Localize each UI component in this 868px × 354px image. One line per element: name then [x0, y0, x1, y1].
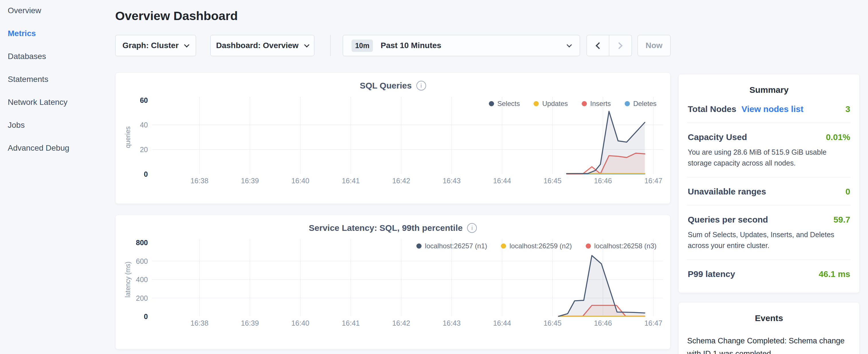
toolbar: Graph: Cluster Dashboard: Overview 10m P…	[115, 35, 671, 56]
info-icon[interactable]	[416, 81, 426, 91]
svg-text:16:43: 16:43	[443, 177, 461, 185]
legend-item-deletes[interactable]: Deletes	[625, 100, 656, 108]
svg-text:800: 800	[136, 238, 148, 247]
legend-item-n1[interactable]: localhost:26257 (n1)	[416, 242, 487, 250]
svg-text:16:45: 16:45	[544, 177, 562, 185]
chart-legend: Selects Updates Inserts Deletes	[489, 100, 657, 108]
svg-text:40: 40	[140, 121, 148, 129]
svg-text:queries: queries	[124, 126, 131, 148]
svg-text:16:39: 16:39	[241, 319, 259, 327]
summary-label: P99 latency	[688, 269, 735, 279]
summary-title: Summary	[687, 85, 851, 95]
main-content: Overview Dashboard Graph: Cluster Dashbo…	[115, 0, 671, 349]
dashboard-dropdown-label: Dashboard: Overview	[216, 41, 299, 50]
dashboard-dropdown[interactable]: Dashboard: Overview	[210, 35, 315, 56]
legend-item-inserts[interactable]: Inserts	[582, 100, 611, 108]
prev-time-button[interactable]	[587, 35, 609, 56]
legend-dot-icon	[586, 244, 591, 249]
legend-label: Selects	[497, 100, 520, 108]
summary-subtext: You are using 28.6 MiB of 515.9 GiB usab…	[688, 147, 844, 168]
svg-text:16:41: 16:41	[342, 319, 360, 327]
legend-item-selects[interactable]: Selects	[489, 100, 520, 108]
legend-dot-icon	[582, 101, 587, 106]
sidebar-item-advanced-debug[interactable]: Advanced Debug	[8, 144, 100, 152]
legend-label: localhost:26259 (n2)	[509, 242, 572, 250]
graph-dropdown[interactable]: Graph: Cluster	[115, 35, 196, 56]
summary-label: Total Nodes	[688, 104, 736, 114]
sql-queries-chart: 16:3816:3916:4016:4116:4216:4316:4416:45…	[120, 93, 666, 190]
service-latency-chart: 16:3816:3916:4016:4116:4216:4316:4416:45…	[120, 236, 666, 332]
sidebar: Overview Metrics Databases Statements Ne…	[0, 0, 100, 354]
chevron-down-icon	[184, 42, 189, 47]
toolbar-divider	[330, 35, 331, 56]
summary-value: 46.1 ms	[819, 269, 850, 279]
svg-text:16:41: 16:41	[342, 177, 360, 185]
summary-subtext: Sum of Selects, Updates, Inserts, and De…	[688, 229, 844, 251]
svg-text:16:44: 16:44	[493, 319, 511, 327]
time-range-selector[interactable]: 10m Past 10 Minutes	[343, 35, 580, 56]
legend-label: Deletes	[633, 100, 656, 108]
summary-label: Queries per second	[688, 215, 768, 225]
svg-text:16:42: 16:42	[392, 319, 410, 327]
svg-text:16:44: 16:44	[493, 177, 511, 185]
legend-item-n2[interactable]: localhost:26259 (n2)	[501, 242, 572, 250]
svg-text:16:47: 16:47	[645, 177, 662, 185]
events-title: Events	[687, 313, 851, 323]
page-title: Overview Dashboard	[115, 9, 671, 23]
svg-text:0: 0	[144, 170, 148, 178]
info-icon[interactable]	[467, 223, 477, 233]
summary-label: Unavailable ranges	[688, 187, 766, 196]
next-time-button[interactable]	[609, 35, 632, 56]
legend-label: localhost:26257 (n1)	[425, 242, 487, 250]
svg-text:16:40: 16:40	[291, 177, 309, 185]
sidebar-item-overview[interactable]: Overview	[8, 6, 100, 15]
svg-text:16:46: 16:46	[594, 319, 612, 327]
legend-dot-icon	[489, 101, 494, 106]
chevron-right-icon	[616, 42, 623, 49]
sidebar-item-network-latency[interactable]: Network Latency	[8, 98, 100, 106]
summary-row-total-nodes: Total Nodes View nodes list 3	[687, 95, 851, 123]
sidebar-item-jobs[interactable]: Jobs	[8, 121, 100, 129]
summary-value: 3	[845, 104, 850, 114]
svg-text:600: 600	[136, 257, 148, 265]
chevron-down-icon	[566, 42, 572, 47]
svg-text:16:43: 16:43	[443, 319, 461, 327]
legend-dot-icon	[416, 244, 422, 249]
now-button[interactable]: Now	[638, 35, 671, 56]
svg-text:latency (ms): latency (ms)	[124, 261, 131, 297]
event-message[interactable]: Schema Change Completed: Schema change w…	[687, 334, 851, 354]
svg-text:16:47: 16:47	[645, 319, 662, 327]
legend-label: Updates	[542, 100, 568, 108]
svg-text:200: 200	[136, 294, 148, 302]
events-card: Events Schema Change Completed: Schema c…	[678, 302, 860, 354]
svg-text:16:38: 16:38	[191, 177, 209, 185]
svg-text:16:40: 16:40	[291, 319, 309, 327]
service-latency-chart-card: Service Latency: SQL, 99th percentile lo…	[115, 215, 671, 349]
svg-text:16:45: 16:45	[544, 319, 562, 327]
summary-label: Capacity Used	[688, 132, 747, 142]
sidebar-item-metrics[interactable]: Metrics	[8, 29, 100, 38]
summary-row-p99-latency: P99 latency 46.1 ms	[687, 260, 851, 286]
sidebar-item-statements[interactable]: Statements	[8, 75, 100, 84]
legend-dot-icon	[625, 101, 630, 106]
summary-value: 0	[845, 187, 850, 196]
legend-item-n3[interactable]: localhost:26258 (n3)	[586, 242, 656, 250]
view-nodes-list-link[interactable]: View nodes list	[741, 104, 803, 114]
svg-text:16:46: 16:46	[594, 177, 612, 185]
legend-label: Inserts	[590, 100, 611, 108]
chevron-down-icon	[304, 42, 309, 47]
legend-item-updates[interactable]: Updates	[534, 100, 568, 108]
legend-dot-icon	[534, 101, 539, 106]
time-range-badge: 10m	[351, 39, 373, 52]
svg-text:60: 60	[140, 96, 148, 104]
summary-row-capacity-used: Capacity Used 0.01% You are using 28.6 M…	[687, 123, 851, 177]
chart-title: SQL Queries	[360, 81, 411, 91]
time-range-label: Past 10 Minutes	[380, 41, 441, 50]
svg-text:400: 400	[136, 276, 148, 284]
legend-dot-icon	[501, 244, 506, 249]
svg-text:16:38: 16:38	[191, 319, 209, 327]
chart-legend: localhost:26257 (n1) localhost:26259 (n2…	[416, 242, 656, 250]
right-panel: Summary Total Nodes View nodes list 3 Ca…	[678, 74, 860, 354]
sidebar-item-databases[interactable]: Databases	[8, 52, 100, 61]
summary-value: 59.7	[834, 215, 850, 225]
